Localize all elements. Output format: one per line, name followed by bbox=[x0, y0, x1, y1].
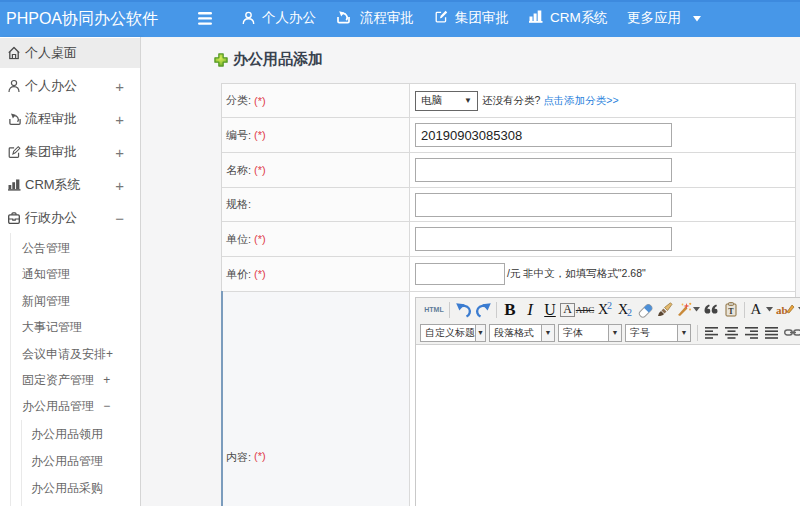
svg-text:T: T bbox=[728, 307, 734, 316]
svg-text:ab: ab bbox=[776, 304, 788, 316]
